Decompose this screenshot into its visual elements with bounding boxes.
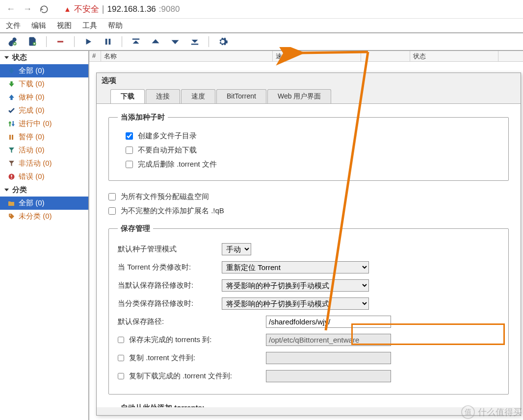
sidebar-status-header[interactable]: 状态	[0, 51, 88, 64]
reload-button[interactable]	[38, 3, 50, 15]
label-copy-finished: 复制下载完成的 .torrent 文件到:	[129, 371, 232, 381]
col-speed[interactable]: 速度	[273, 51, 361, 61]
tab-connection[interactable]: 连接	[146, 89, 180, 103]
legend-save-management: 保存管理	[118, 224, 153, 233]
svg-rect-8	[12, 135, 13, 140]
watermark: 值 什么值得买	[461, 405, 522, 419]
browser-address-bar: ← → ▲ 不安全 | 192.168.1.36:9080	[0, 0, 523, 19]
label-preallocate: 为所有文件预分配磁盘空间	[121, 192, 209, 201]
menu-file[interactable]: 文件	[6, 21, 21, 30]
folder-icon	[8, 200, 15, 207]
sidebar: 状态 全部 (0)下载 (0)做种 (0)完成 (0)进行中 (0)暂停 (0)…	[0, 51, 89, 420]
select-category-path-changed[interactable]: 将受影响的种子切换到手动模式	[222, 297, 369, 310]
toolbar	[0, 33, 523, 51]
sidebar-item-label: 做种 (0)	[19, 93, 45, 102]
select-category-changed[interactable]: 重新定位 Torrent	[222, 261, 369, 273]
up-blue-icon	[8, 94, 15, 101]
col-index[interactable]: #	[89, 51, 101, 61]
sidebar-status-item-3[interactable]: 完成 (0)	[0, 104, 88, 117]
checkbox-preallocate[interactable]	[108, 193, 116, 200]
legend-auto-add: 自动从此处添加 torrents:	[118, 403, 208, 407]
column-headers: # 名称 速度 状态	[89, 51, 523, 62]
down-green-icon	[8, 81, 15, 88]
fieldset-add-torrent: 当添加种子时 创建多文件子目录 不要自动开始下载 完成后删除 .torrent …	[108, 113, 509, 181]
label-category-path-changed: 当分类保存路径修改时:	[118, 299, 216, 308]
sidebar-item-label: 活动 (0)	[19, 146, 45, 155]
sidebar-status-item-8[interactable]: 错误 (0)	[0, 170, 88, 183]
menu-edit[interactable]: 编辑	[31, 21, 46, 30]
sidebar-item-label: 错误 (0)	[19, 172, 45, 181]
svg-rect-4	[109, 39, 111, 45]
label-copy-torrent: 复制 .torrent 文件到:	[129, 353, 195, 363]
svg-rect-2	[57, 41, 63, 43]
add-link-button[interactable]	[4, 34, 22, 49]
checkbox-delete-torrent[interactable]	[126, 161, 133, 168]
settings-button[interactable]	[214, 34, 232, 49]
checkbox-incomplete-path[interactable]	[118, 337, 124, 343]
sidebar-status-item-4[interactable]: 进行中 (0)	[0, 117, 88, 130]
sidebar-item-label: 全部 (0)	[19, 66, 45, 75]
updown-icon	[8, 121, 15, 127]
url-display[interactable]: ▲ 不安全 | 192.168.1.36:9080	[55, 3, 180, 15]
label-incomplete-path: 保存未完成的 torrents 到:	[129, 335, 211, 345]
move-top-button[interactable]	[127, 34, 145, 49]
tab-bittorrent[interactable]: BitTorrent	[216, 89, 266, 103]
sidebar-category-item-1[interactable]: 未分类 (0)	[0, 210, 88, 223]
sidebar-status-item-2[interactable]: 做种 (0)	[0, 91, 88, 104]
sidebar-status-item-5[interactable]: 暂停 (0)	[0, 130, 88, 144]
svg-rect-6	[191, 44, 198, 45]
svg-rect-10	[11, 175, 12, 177]
menu-help[interactable]: 帮助	[108, 21, 123, 30]
pause-button[interactable]	[99, 34, 117, 49]
delete-button[interactable]	[52, 34, 69, 49]
label-default-save-path: 默认保存路径:	[118, 317, 260, 326]
menu-bar: 文件 编辑 视图 工具 帮助	[0, 19, 523, 33]
forward-button[interactable]: →	[22, 3, 33, 15]
input-default-save-path[interactable]	[266, 316, 391, 328]
sidebar-status-item-7[interactable]: 非活动 (0)	[0, 157, 88, 170]
sidebar-item-label: 下载 (0)	[19, 79, 45, 89]
tab-download[interactable]: 下载	[110, 89, 145, 103]
sidebar-item-label: 全部 (0)	[19, 198, 45, 208]
sidebar-status-item-1[interactable]: 下载 (0)	[0, 77, 88, 91]
col-blank[interactable]	[361, 51, 410, 61]
label-delete-torrent: 完成后删除 .torrent 文件	[138, 160, 217, 169]
host: 192.168.1.36	[107, 4, 156, 14]
checkbox-incomplete-ext[interactable]	[108, 207, 116, 215]
menu-view[interactable]: 视图	[57, 21, 72, 30]
insecure-icon: ▲	[64, 5, 71, 13]
toolbar-divider	[46, 36, 47, 47]
add-file-button[interactable]	[24, 34, 41, 49]
down-blue-icon	[8, 68, 15, 74]
toolbar-divider	[122, 36, 122, 47]
menu-tools[interactable]: 工具	[82, 21, 97, 30]
input-copy-finished	[266, 370, 391, 382]
checkbox-no-autostart[interactable]	[126, 147, 133, 154]
move-up-button[interactable]	[147, 34, 164, 49]
checkbox-copy-finished[interactable]	[118, 373, 124, 379]
svg-rect-3	[105, 39, 107, 45]
back-button[interactable]: ←	[5, 3, 17, 15]
pause-icon	[8, 134, 15, 141]
col-name[interactable]: 名称	[101, 51, 273, 61]
select-default-path-changed[interactable]: 将受影响的种子切换到手动模式	[222, 279, 369, 292]
sidebar-status-item-0[interactable]: 全部 (0)	[0, 64, 88, 77]
label-incomplete-ext: 为不完整的文件添加扩展名 .!qB	[121, 206, 224, 216]
checkbox-create-subfolder[interactable]	[126, 132, 133, 140]
checkbox-copy-torrent[interactable]	[118, 355, 124, 361]
input-incomplete-path	[266, 334, 391, 346]
tab-speed[interactable]: 速度	[181, 89, 215, 103]
sidebar-categories-header[interactable]: 分类	[0, 183, 88, 197]
col-status[interactable]: 状态	[410, 51, 498, 61]
sidebar-status-item-6[interactable]: 活动 (0)	[0, 144, 88, 157]
watermark-badge: 值	[461, 405, 475, 419]
sidebar-category-item-0[interactable]: 全部 (0)	[0, 197, 88, 210]
resume-button[interactable]	[79, 34, 97, 49]
status-header-label: 状态	[12, 53, 27, 62]
sidebar-item-label: 进行中 (0)	[19, 119, 52, 128]
tab-webui[interactable]: Web 用户界面	[267, 89, 331, 103]
select-default-mode[interactable]: 手动	[222, 243, 251, 255]
move-down-button[interactable]	[166, 34, 184, 49]
label-create-subfolder: 创建多文件子目录	[138, 131, 197, 141]
move-bottom-button[interactable]	[186, 34, 204, 49]
